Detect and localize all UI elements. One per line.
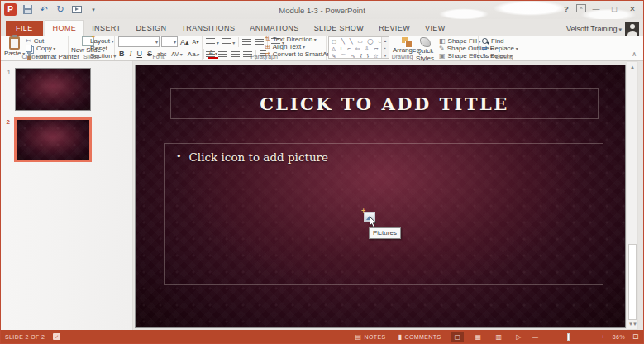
paragraph-group: ⇅Text Direction ⊞Align Text ⇄Convert to … (203, 36, 327, 60)
find-button[interactable]: Find (482, 37, 504, 45)
customize-qat-icon[interactable] (88, 4, 99, 16)
arrange-icon (402, 37, 412, 46)
drawing-group-label: Drawing (327, 54, 478, 60)
redo-icon[interactable] (55, 4, 66, 16)
copy-button[interactable]: Copy (26, 45, 55, 52)
tab-home[interactable]: HOME (45, 20, 85, 36)
comments-button[interactable]: ▮COMMENTS (396, 332, 444, 342)
slide-edit-area: CLICK TO ADD TITLE • Click icon to add p… (134, 61, 625, 330)
slides-group: New Slide Layout Reset Section Slides (69, 36, 115, 60)
increase-indent-icon[interactable] (255, 39, 264, 45)
tab-review[interactable]: REVIEW (371, 21, 417, 36)
status-bar: SLIDE 2 OF 2 ▤NOTES ▮COMMENTS ▢ ▦ ▥ ▷ — … (1, 330, 643, 343)
fit-slide-to-window-icon[interactable] (632, 332, 639, 341)
shapes-row-1[interactable]: ▢ ╲ ╲ ▭ ◯ ▭ (329, 37, 389, 45)
text-direction-icon: ⇅ (265, 36, 270, 43)
tab-view[interactable]: VIEW (417, 21, 453, 36)
undo-icon[interactable] (38, 4, 50, 16)
shrink-font-button[interactable]: A▾ (192, 39, 200, 45)
scrollbar-track[interactable] (627, 72, 637, 301)
slide-thumbnail-panel: 1 2 (1, 61, 133, 330)
title-placeholder-text: CLICK TO ADD TITLE (260, 93, 509, 114)
zoom-slider-thumb[interactable] (567, 333, 570, 341)
find-icon (482, 38, 489, 45)
cut-icon (26, 37, 31, 45)
replace-button[interactable]: Replace (482, 45, 518, 52)
align-text-button[interactable]: ⊞Align Text (265, 43, 305, 50)
next-slide-icon[interactable]: ▼▼ (628, 320, 637, 329)
slide-2-number: 2 (3, 117, 10, 162)
tab-design[interactable]: DESIGN (128, 21, 174, 36)
collapse-ribbon-icon[interactable] (632, 50, 637, 58)
paragraph-group-label: Paragraph (203, 54, 326, 60)
start-from-beginning-icon[interactable] (71, 4, 83, 16)
layout-button[interactable]: Layout (90, 37, 114, 45)
content-placeholder[interactable]: • Click icon to add picture (164, 143, 603, 285)
ribbon-tab-row: FILE HOME INSERT DESIGN TRANSITIONS ANIM… (1, 19, 643, 36)
minimize-icon[interactable] (588, 2, 604, 15)
reset-button[interactable]: Reset (90, 45, 107, 52)
font-name-combobox[interactable] (118, 36, 160, 47)
clipboard-group-label: Clipboard (1, 54, 68, 60)
comments-icon: ▮ (398, 333, 403, 341)
title-placeholder[interactable]: CLICK TO ADD TITLE (170, 88, 599, 119)
normal-view-icon[interactable]: ▢ (451, 332, 464, 342)
shapes-row-2[interactable]: △ ʟ ⌐ ⇦ ⇩ ▱ (329, 45, 389, 52)
tab-animations[interactable]: ANIMATIONS (242, 21, 306, 36)
zoom-in-icon[interactable]: + (601, 334, 605, 340)
font-size-combobox[interactable] (161, 36, 178, 47)
window-controls (558, 2, 641, 15)
slide-1-number: 1 (4, 68, 11, 111)
slide-show-view-icon[interactable]: ▷ (513, 332, 525, 342)
scrollbar-thumb[interactable] (628, 244, 637, 320)
maximize-icon[interactable] (606, 2, 623, 15)
quick-access-toolbar (4, 3, 99, 16)
reading-view-icon[interactable]: ▥ (492, 332, 505, 342)
zoom-percent[interactable]: 86% (613, 334, 625, 340)
body-bullet-text: Click icon to add picture (189, 150, 329, 164)
slide-1-thumbnail[interactable] (15, 68, 91, 111)
numbering-icon[interactable] (222, 38, 236, 46)
paragraph-dialog-launcher-icon[interactable] (317, 53, 324, 60)
tab-slide-show[interactable]: SLIDE SHOW (307, 21, 372, 36)
close-icon[interactable] (624, 2, 641, 15)
clipboard-group: Paste Cut Copy Format Painter Clipboard (1, 36, 69, 60)
zoom-out-icon[interactable]: — (532, 334, 538, 340)
bullets-icon[interactable] (206, 38, 219, 46)
spell-check-icon[interactable] (53, 333, 60, 340)
text-direction-button[interactable]: ⇅Text Direction (265, 36, 317, 43)
font-dialog-launcher-icon[interactable] (193, 53, 200, 60)
zoom-slider[interactable] (546, 337, 594, 337)
ribbon: Paste Cut Copy Format Painter Clipboard … (1, 36, 643, 61)
slide-2-thumbnail[interactable] (14, 117, 92, 162)
powerpoint-window: Module 1-3 - PowerPoint FILE HOME INSERT… (0, 0, 644, 344)
vertical-scrollbar[interactable]: ▲ ▼ ▲▲ ▼▼ (627, 61, 638, 330)
editing-group-label: Editing (479, 54, 530, 60)
bullet-glyph: • (176, 150, 182, 164)
body-bullet-line: • Click icon to add picture (165, 144, 603, 164)
scroll-up-icon[interactable]: ▲ (630, 62, 635, 72)
account-name: Velsoft Training (566, 25, 622, 33)
cut-button[interactable]: Cut (26, 37, 44, 45)
slide-indicator: SLIDE 2 OF 2 (5, 334, 45, 340)
align-text-icon: ⊞ (265, 43, 270, 50)
avatar (625, 22, 639, 36)
tab-file[interactable]: FILE (6, 21, 43, 36)
save-icon[interactable] (21, 4, 33, 16)
ribbon-display-options-icon[interactable] (576, 4, 586, 12)
grow-font-button[interactable]: A▴ (179, 38, 190, 46)
shape-fill-button[interactable]: Shape Fill (439, 37, 481, 45)
replace-icon (482, 45, 488, 52)
slide-sorter-view-icon[interactable]: ▦ (471, 332, 484, 342)
mouse-cursor (370, 217, 377, 227)
account-control[interactable]: Velsoft Training (566, 22, 639, 36)
tab-transitions[interactable]: TRANSITIONS (174, 21, 242, 36)
help-icon[interactable] (558, 2, 575, 15)
notes-button[interactable]: ▤NOTES (353, 332, 389, 342)
clipboard-dialog-launcher-icon[interactable] (60, 53, 66, 60)
drawing-dialog-launcher-icon[interactable] (470, 53, 476, 60)
font-group-label: Font (115, 54, 202, 60)
slide-canvas[interactable]: CLICK TO ADD TITLE • Click icon to add p… (135, 64, 626, 328)
shape-fill-icon (439, 37, 446, 45)
decrease-indent-icon[interactable] (242, 39, 251, 45)
